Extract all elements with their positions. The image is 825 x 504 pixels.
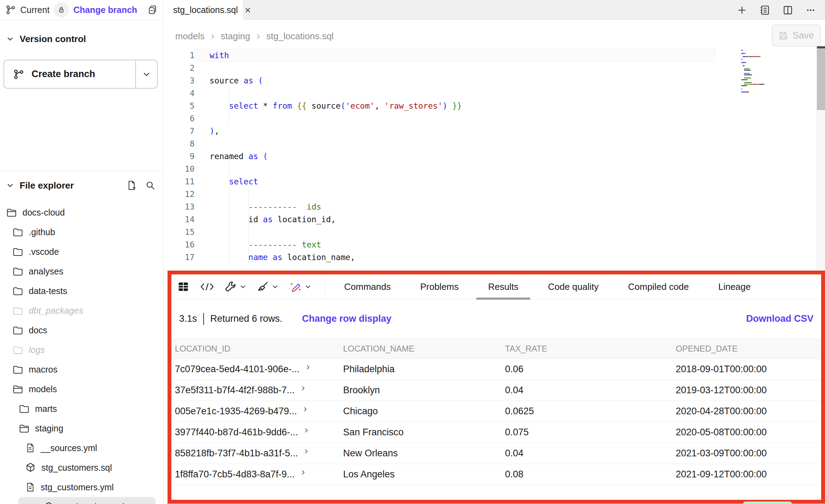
branch-bar: Current Change branch	[0, 0, 163, 20]
file-tree: docs-cloud.github.vscodeanalysesdata-tes…	[0, 203, 163, 504]
code-line-17[interactable]: 17 name as location_name,	[164, 251, 817, 264]
minimap-line	[742, 59, 742, 60]
file-item-data-tests[interactable]: data-tests	[0, 281, 163, 301]
panel-toolbar: CommandsProblemsResultsCode qualityCompi…	[171, 274, 821, 299]
file-item-docs[interactable]: docs	[0, 320, 163, 340]
change-branch-link[interactable]: Change branch	[73, 5, 137, 15]
code-line-8[interactable]: 8	[164, 137, 817, 150]
table-row[interactable]: 37e5f311-b7f4-4f2f-988b-7...Brooklyn0.04…	[171, 380, 821, 401]
panel-tab-lineage[interactable]: Lineage	[703, 274, 765, 299]
copilot-pen-icon[interactable]	[289, 280, 312, 293]
file-item-dbt-packages[interactable]: dbt_packages	[0, 301, 163, 320]
version-control-section-header[interactable]: Version control	[0, 31, 163, 47]
split-editor-icon[interactable]	[782, 5, 793, 16]
cell-value: 0.04	[505, 385, 524, 395]
minimap-line	[743, 56, 745, 57]
file-item-staging[interactable]: staging	[0, 418, 163, 438]
minimap-line	[745, 53, 746, 54]
chevron-down-icon[interactable]	[6, 182, 14, 189]
format-broom-icon[interactable]	[257, 281, 279, 293]
new-file-button[interactable]	[125, 179, 138, 192]
breadcrumb-models[interactable]: models	[175, 31, 205, 42]
table-row[interactable]: 858218fb-73f7-4b1b-a31f-5...New Orleans0…	[171, 443, 821, 464]
file-item-label: models	[29, 384, 57, 394]
file-item-macros[interactable]: macros	[0, 360, 163, 379]
code-line-15[interactable]: 15	[164, 226, 817, 238]
file-item-label: macros	[29, 365, 57, 375]
file-item-docs-cloud[interactable]: docs-cloud	[0, 203, 163, 222]
expand-cell-chevron-icon[interactable]	[304, 428, 309, 433]
code-line-3[interactable]: 3source as (	[164, 74, 817, 87]
code-line-5[interactable]: 5 select * from {{ source('ecom', 'raw_s…	[164, 100, 817, 112]
code-line-1[interactable]: 1with	[164, 49, 817, 62]
file-explorer-title: File explorer	[20, 180, 74, 191]
file-item--sources-yml[interactable]: __sources.yml	[0, 438, 163, 458]
panel-tab-problems[interactable]: Problems	[405, 274, 473, 299]
expand-cell-chevron-icon[interactable]	[305, 365, 311, 370]
more-options-icon[interactable]	[805, 5, 816, 15]
model-icon	[25, 462, 36, 473]
file-item-logs[interactable]: logs	[0, 340, 163, 360]
file-item-marts[interactable]: marts	[0, 399, 163, 418]
minimap-line	[746, 91, 749, 93]
code-line-10[interactable]: 10	[164, 163, 817, 175]
create-branch-button[interactable]: Create branch	[4, 60, 135, 88]
tab-title: stg_locations.sql	[173, 5, 238, 15]
breadcrumb-staging[interactable]: staging	[221, 31, 250, 42]
code-line-12[interactable]: 12	[164, 188, 817, 200]
breadcrumb-file[interactable]: stg_locations.sql	[266, 31, 334, 42]
expand-cell-chevron-icon[interactable]	[300, 470, 306, 475]
code-line-7[interactable]: 7),	[164, 125, 817, 137]
panel-tab-commands[interactable]: Commands	[329, 274, 405, 299]
file-item-stg-customers-sql[interactable]: stg_customers.sql	[0, 458, 163, 477]
editor-scrollbar[interactable]	[817, 46, 825, 271]
code-line-2[interactable]: 2	[164, 62, 817, 74]
minimap[interactable]	[741, 50, 816, 99]
table-row[interactable]: 1f8ffa70-7cb5-4d83-8a7f-9...Los Angeles0…	[171, 464, 821, 485]
panel-tab-results[interactable]: Results	[473, 274, 533, 299]
table-row[interactable]: 005e7e1c-1935-4269-b479...Chicago0.06252…	[171, 401, 821, 422]
new-tab-icon[interactable]	[737, 5, 747, 15]
cell-value: 2021-03-09T00:00:00	[676, 448, 767, 458]
code-line-13[interactable]: 13 ---------- ids	[164, 200, 817, 213]
save-button[interactable]: Save	[772, 25, 821, 47]
build-wrench-icon[interactable]	[225, 281, 246, 293]
code-line-9[interactable]: 9renamed as (	[164, 150, 817, 163]
cell-value: 0.04	[505, 448, 524, 458]
expand-cell-chevron-icon[interactable]	[302, 407, 308, 412]
file-item--vscode[interactable]: .vscode	[0, 242, 163, 261]
code-token: (	[258, 76, 263, 85]
code-line-16[interactable]: 16 ---------- text	[164, 238, 817, 251]
line-content	[195, 62, 817, 74]
compile-code-icon[interactable]	[200, 281, 214, 292]
expand-cell-chevron-icon[interactable]	[300, 386, 306, 391]
close-icon[interactable]	[244, 7, 251, 14]
file-item-models[interactable]: models	[0, 379, 163, 399]
preview-table-icon[interactable]	[177, 280, 190, 293]
expand-cell-chevron-icon[interactable]	[304, 449, 309, 454]
duplicate-icon[interactable]	[147, 5, 158, 15]
code-token: with	[210, 51, 229, 60]
table-cell: 0.0625	[502, 401, 672, 422]
table-row[interactable]: 7c079cea-5ed4-4101-906e-...Philadelphia0…	[171, 359, 821, 380]
create-branch-menu-button[interactable]	[135, 60, 157, 88]
panel-tab-code-quality[interactable]: Code quality	[533, 274, 613, 299]
table-cell: 2021-03-09T00:00:00	[672, 443, 821, 464]
change-row-display-link[interactable]: Change row display	[302, 313, 391, 324]
panel-tab-compiled-code[interactable]: Compiled code	[613, 274, 703, 299]
file-item-stg-customers-yml[interactable]: stg_customers.yml	[0, 477, 163, 497]
code-token: source	[312, 101, 341, 110]
file-item-analyses[interactable]: analyses	[0, 261, 163, 281]
code-line-14[interactable]: 14 id as location_id,	[164, 213, 817, 226]
code-line-6[interactable]: 6	[164, 112, 817, 125]
tab-stg-locations-sql[interactable]: stg_locations.sql	[164, 0, 243, 20]
file-item--github[interactable]: .github	[0, 222, 163, 242]
download-csv-link[interactable]: Download CSV	[746, 313, 813, 324]
table-row[interactable]: 3977f440-b87d-461b-9dd6-...San Francisco…	[171, 422, 821, 443]
search-icon[interactable]	[144, 179, 157, 192]
file-item-stg-locations-sql[interactable]: stg_locations.sql	[18, 497, 156, 504]
code-line-11[interactable]: 11 select	[164, 175, 817, 188]
notebook-icon[interactable]	[759, 5, 770, 16]
code-line-4[interactable]: 4	[164, 87, 817, 100]
scrollbar-thumb[interactable]	[817, 48, 825, 110]
